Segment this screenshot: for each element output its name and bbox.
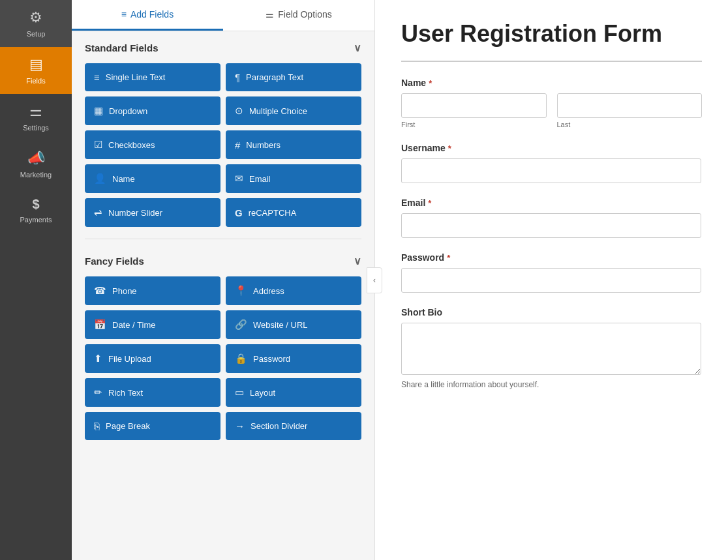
single-line-text-icon: ≡ [94,72,100,83]
field-btn-password[interactable]: 🔒 Password [226,344,361,373]
section-divider [85,239,361,239]
field-btn-address[interactable]: 📍 Address [226,276,361,305]
field-btn-multiple-choice[interactable]: ⊙ Multiple Choice [226,96,361,125]
setup-icon: ⚙ [29,9,42,26]
short-bio-textarea[interactable] [401,323,701,375]
add-fields-tab-icon: ≡ [121,9,127,20]
field-btn-numbers-label: Numbers [246,140,281,150]
standard-fields-chevron[interactable]: ∨ [354,42,361,54]
form-title: User Registration Form [401,20,702,48]
field-btn-phone[interactable]: ☎ Phone [85,276,220,305]
tab-add-fields[interactable]: ≡ Add Fields [72,0,223,31]
password-required-star: * [447,253,450,263]
recaptcha-icon: G [235,207,243,218]
last-name-col: Last [557,93,703,128]
collapse-handle[interactable]: ‹ [367,267,382,293]
field-btn-numbers[interactable]: # Numbers [226,130,361,159]
field-btn-paragraph-text[interactable]: ¶ Paragraph Text [226,63,361,91]
standard-fields-title: Standard Fields [85,42,159,53]
field-btn-file-upload[interactable]: ⬆ File Upload [85,344,220,373]
field-btn-rich-text[interactable]: ✏ Rich Text [85,378,220,407]
field-btn-date-time-label: Date / Time [112,320,155,330]
fancy-fields-chevron[interactable]: ∨ [354,255,361,267]
email-field-icon: ✉ [235,173,243,184]
sidebar-item-payments[interactable]: $ Payments [0,188,72,233]
sidebar-item-settings[interactable]: ⚌ Settings [0,94,72,141]
last-name-input[interactable] [557,93,703,118]
fields-content: Standard Fields ∨ ≡ Single Line Text ¶ P… [72,31,374,560]
standard-fields-header: Standard Fields ∨ [85,42,361,54]
fields-icon: ▤ [29,56,43,73]
field-btn-file-upload-label: File Upload [108,354,151,364]
numbers-icon: # [235,140,240,151]
username-input[interactable] [401,158,701,183]
fancy-fields-header: Fancy Fields ∨ [85,255,361,267]
field-btn-layout[interactable]: ▭ Layout [226,378,361,407]
field-btn-website-url[interactable]: 🔗 Website / URL [226,310,361,339]
short-bio-field-label: Short Bio [401,307,702,317]
field-btn-phone-label: Phone [112,286,137,296]
payments-icon: $ [32,197,39,212]
sidebar-item-marketing[interactable]: 📣 Marketing [0,141,72,188]
field-options-tab-icon: ⚌ [265,9,274,20]
first-name-sub-label: First [401,121,547,128]
field-btn-number-slider[interactable]: ⇌ Number Slider [85,198,220,227]
field-btn-section-divider-label: Section Divider [250,421,307,431]
marketing-icon: 📣 [27,150,45,167]
field-btn-multiple-choice-label: Multiple Choice [249,106,307,116]
fancy-fields-section: Fancy Fields ∨ ☎ Phone 📍 Address 📅 Date … [72,244,374,447]
file-upload-icon: ⬆ [94,353,102,364]
date-time-icon: 📅 [94,319,106,331]
username-field-label: Username * [401,143,702,153]
sidebar-item-setup[interactable]: ⚙ Setup [0,0,72,47]
website-url-icon: 🔗 [235,319,247,331]
field-btn-name[interactable]: 👤 Name [85,164,220,193]
panel-tabs: ≡ Add Fields ⚌ Field Options [72,0,374,31]
sidebar-item-fields[interactable]: ▤ Fields [0,47,72,94]
dropdown-icon: ▦ [94,105,103,117]
field-btn-date-time[interactable]: 📅 Date / Time [85,310,220,339]
field-btn-single-line-text[interactable]: ≡ Single Line Text [85,63,220,91]
field-btn-rich-text-label: Rich Text [108,388,143,398]
field-btn-page-break[interactable]: ⎘ Page Break [85,412,220,440]
field-btn-address-label: Address [253,286,284,296]
field-btn-single-line-text-label: Single Line Text [106,72,166,82]
section-divider-icon: → [235,420,245,432]
form-title-divider [401,61,702,62]
field-btn-dropdown[interactable]: ▦ Dropdown [85,96,220,125]
sidebar-item-payments-label: Payments [20,216,52,224]
short-bio-helper: Share a little information about yoursel… [401,380,702,389]
email-input[interactable] [401,213,701,238]
field-btn-section-divider[interactable]: → Section Divider [226,412,361,440]
form-field-password: Password * [401,252,702,293]
phone-icon: ☎ [94,285,106,297]
field-btn-page-break-label: Page Break [106,421,150,431]
address-icon: 📍 [235,285,247,297]
name-row: First Last [401,93,702,128]
email-required-star: * [428,198,431,208]
password-input[interactable] [401,268,701,293]
tab-field-options[interactable]: ⚌ Field Options [223,0,374,31]
field-btn-checkboxes[interactable]: ☑ Checkboxes [85,130,220,159]
number-slider-icon: ⇌ [94,207,102,218]
field-btn-email[interactable]: ✉ Email [226,164,361,193]
sidebar-item-marketing-label: Marketing [20,171,52,179]
field-btn-dropdown-label: Dropdown [109,106,147,116]
field-btn-website-url-label: Website / URL [253,320,308,330]
fancy-fields-title: Fancy Fields [85,256,144,267]
rich-text-icon: ✏ [94,387,102,398]
standard-fields-section: Standard Fields ∨ ≡ Single Line Text ¶ P… [72,31,374,233]
password-icon: 🔒 [235,353,247,364]
first-name-input[interactable] [401,93,547,118]
form-field-short-bio: Short Bio Share a little information abo… [401,307,702,389]
page-break-icon: ⎘ [94,420,100,432]
last-name-sub-label: Last [557,121,703,128]
username-required-star: * [448,143,451,153]
name-field-label: Name * [401,78,702,88]
field-btn-recaptcha[interactable]: G reCAPTCHA [226,198,361,227]
field-btn-password-label: Password [253,354,290,364]
sidebar-item-fields-label: Fields [26,77,45,85]
first-name-col: First [401,93,547,128]
form-field-email: Email * [401,198,702,238]
collapse-icon: ‹ [373,276,376,285]
